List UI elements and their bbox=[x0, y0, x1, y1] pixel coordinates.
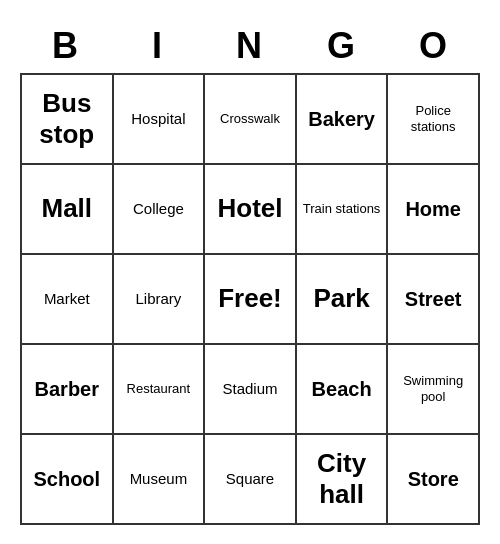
cell-label: Mall bbox=[42, 193, 93, 224]
cell-label: School bbox=[33, 467, 100, 491]
bingo-cell[interactable]: Museum bbox=[114, 435, 206, 525]
bingo-cell[interactable]: Hotel bbox=[205, 165, 297, 255]
cell-label: City hall bbox=[303, 448, 381, 510]
cell-label: Train stations bbox=[303, 201, 381, 217]
cell-label: Store bbox=[408, 467, 459, 491]
cell-label: Bakery bbox=[308, 107, 375, 131]
bingo-cell[interactable]: Square bbox=[205, 435, 297, 525]
bingo-cell[interactable]: City hall bbox=[297, 435, 389, 525]
bingo-header: BINGO bbox=[20, 19, 480, 73]
cell-label: Barber bbox=[35, 377, 99, 401]
bingo-cell[interactable]: Street bbox=[388, 255, 480, 345]
header-letter: I bbox=[112, 19, 204, 73]
bingo-cell[interactable]: Police stations bbox=[388, 75, 480, 165]
bingo-cell[interactable]: Train stations bbox=[297, 165, 389, 255]
cell-label: Home bbox=[405, 197, 461, 221]
header-letter: N bbox=[204, 19, 296, 73]
bingo-cell[interactable]: Hospital bbox=[114, 75, 206, 165]
bingo-cell[interactable]: Beach bbox=[297, 345, 389, 435]
cell-label: Street bbox=[405, 287, 462, 311]
cell-label: Restaurant bbox=[127, 381, 191, 397]
cell-label: Crosswalk bbox=[220, 111, 280, 127]
header-letter: O bbox=[388, 19, 480, 73]
bingo-cell[interactable]: School bbox=[22, 435, 114, 525]
cell-label: Hotel bbox=[217, 193, 282, 224]
bingo-cell[interactable]: Home bbox=[388, 165, 480, 255]
cell-label: Square bbox=[226, 470, 274, 488]
bingo-cell[interactable]: Restaurant bbox=[114, 345, 206, 435]
cell-label: Police stations bbox=[394, 103, 472, 134]
bingo-cell[interactable]: Swimming pool bbox=[388, 345, 480, 435]
header-letter: B bbox=[20, 19, 112, 73]
header-letter: G bbox=[296, 19, 388, 73]
bingo-cell[interactable]: Barber bbox=[22, 345, 114, 435]
cell-label: Library bbox=[135, 290, 181, 308]
cell-label: Bus stop bbox=[28, 88, 106, 150]
bingo-cell[interactable]: Stadium bbox=[205, 345, 297, 435]
bingo-cell[interactable]: Store bbox=[388, 435, 480, 525]
bingo-cell[interactable]: Market bbox=[22, 255, 114, 345]
bingo-cell[interactable]: Bus stop bbox=[22, 75, 114, 165]
cell-label: Stadium bbox=[222, 380, 277, 398]
bingo-cell[interactable]: Mall bbox=[22, 165, 114, 255]
bingo-grid: Bus stopHospitalCrosswalkBakeryPolice st… bbox=[20, 73, 480, 525]
bingo-cell[interactable]: Bakery bbox=[297, 75, 389, 165]
bingo-cell[interactable]: Crosswalk bbox=[205, 75, 297, 165]
cell-label: Market bbox=[44, 290, 90, 308]
cell-label: Museum bbox=[130, 470, 188, 488]
bingo-cell[interactable]: College bbox=[114, 165, 206, 255]
bingo-cell[interactable]: Library bbox=[114, 255, 206, 345]
cell-label: Hospital bbox=[131, 110, 185, 128]
bingo-card: BINGO Bus stopHospitalCrosswalkBakeryPol… bbox=[20, 19, 480, 525]
bingo-cell[interactable]: Free! bbox=[205, 255, 297, 345]
bingo-cell[interactable]: Park bbox=[297, 255, 389, 345]
cell-label: Free! bbox=[218, 283, 282, 314]
cell-label: Park bbox=[313, 283, 369, 314]
cell-label: Beach bbox=[312, 377, 372, 401]
cell-label: Swimming pool bbox=[394, 373, 472, 404]
cell-label: College bbox=[133, 200, 184, 218]
